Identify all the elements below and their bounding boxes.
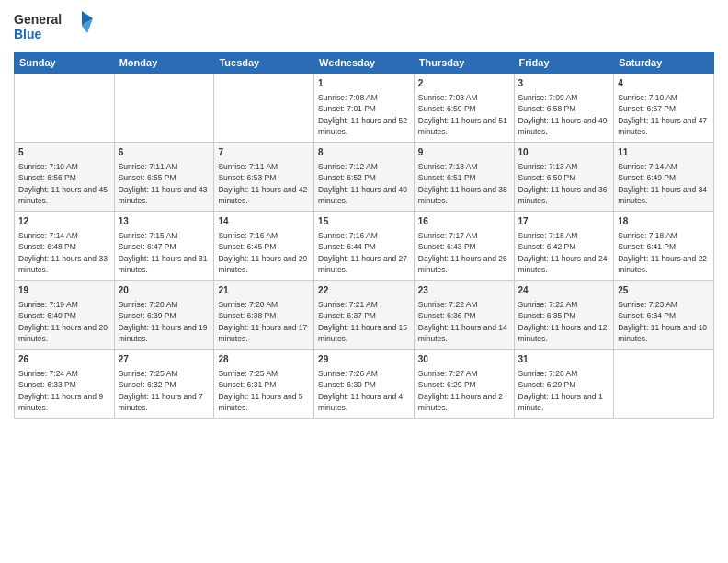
calendar-cell	[15, 74, 115, 143]
calendar-cell: 18Sunrise: 7:18 AM Sunset: 6:41 PM Dayli…	[614, 212, 714, 281]
page: GeneralBlue SundayMondayTuesdayWednesday…	[0, 0, 728, 563]
calendar-cell: 4Sunrise: 7:10 AM Sunset: 6:57 PM Daylig…	[614, 74, 714, 143]
day-number: 18	[618, 215, 710, 228]
header: GeneralBlue	[14, 9, 714, 44]
day-info: Sunrise: 7:22 AM Sunset: 6:35 PM Dayligh…	[518, 299, 610, 344]
day-number: 30	[418, 353, 510, 366]
calendar-cell: 23Sunrise: 7:22 AM Sunset: 6:36 PM Dayli…	[414, 281, 514, 350]
day-number: 20	[119, 284, 210, 297]
day-info: Sunrise: 7:27 AM Sunset: 6:29 PM Dayligh…	[418, 368, 510, 413]
calendar-cell: 26Sunrise: 7:24 AM Sunset: 6:33 PM Dayli…	[15, 350, 115, 419]
calendar-cell: 7Sunrise: 7:11 AM Sunset: 6:53 PM Daylig…	[214, 143, 314, 212]
col-header-sunday: Sunday	[15, 52, 115, 74]
day-number: 10	[518, 146, 610, 159]
calendar-cell: 27Sunrise: 7:25 AM Sunset: 6:32 PM Dayli…	[114, 350, 214, 419]
day-number: 24	[518, 284, 610, 297]
day-number: 28	[218, 353, 310, 366]
day-number: 27	[119, 353, 210, 366]
day-info: Sunrise: 7:28 AM Sunset: 6:29 PM Dayligh…	[518, 368, 610, 413]
calendar-header-row: SundayMondayTuesdayWednesdayThursdayFrid…	[15, 52, 714, 74]
calendar-cell: 9Sunrise: 7:13 AM Sunset: 6:51 PM Daylig…	[414, 143, 514, 212]
calendar-cell: 16Sunrise: 7:17 AM Sunset: 6:43 PM Dayli…	[414, 212, 514, 281]
day-info: Sunrise: 7:21 AM Sunset: 6:37 PM Dayligh…	[318, 299, 410, 344]
calendar-cell	[114, 74, 214, 143]
logo-svg: GeneralBlue	[14, 9, 97, 44]
day-number: 2	[418, 77, 510, 90]
day-number: 5	[18, 146, 110, 159]
day-info: Sunrise: 7:10 AM Sunset: 6:56 PM Dayligh…	[18, 161, 110, 206]
day-info: Sunrise: 7:10 AM Sunset: 6:57 PM Dayligh…	[618, 92, 710, 137]
week-row-1: 1Sunrise: 7:08 AM Sunset: 7:01 PM Daylig…	[15, 74, 714, 143]
day-number: 9	[418, 146, 510, 159]
day-number: 13	[119, 215, 210, 228]
day-number: 25	[618, 284, 710, 297]
calendar-cell	[614, 350, 714, 419]
day-number: 1	[318, 77, 410, 90]
day-info: Sunrise: 7:19 AM Sunset: 6:40 PM Dayligh…	[18, 299, 110, 344]
col-header-wednesday: Wednesday	[314, 52, 415, 74]
day-info: Sunrise: 7:13 AM Sunset: 6:51 PM Dayligh…	[418, 161, 510, 206]
col-header-tuesday: Tuesday	[214, 52, 314, 74]
day-number: 8	[318, 146, 410, 159]
calendar-cell: 19Sunrise: 7:19 AM Sunset: 6:40 PM Dayli…	[15, 281, 115, 350]
day-info: Sunrise: 7:13 AM Sunset: 6:50 PM Dayligh…	[518, 161, 610, 206]
day-info: Sunrise: 7:16 AM Sunset: 6:44 PM Dayligh…	[318, 230, 410, 275]
col-header-monday: Monday	[114, 52, 214, 74]
day-number: 7	[218, 146, 310, 159]
svg-text:Blue: Blue	[14, 27, 42, 41]
calendar-cell: 14Sunrise: 7:16 AM Sunset: 6:45 PM Dayli…	[214, 212, 314, 281]
day-info: Sunrise: 7:25 AM Sunset: 6:31 PM Dayligh…	[218, 368, 310, 413]
calendar-cell: 10Sunrise: 7:13 AM Sunset: 6:50 PM Dayli…	[514, 143, 614, 212]
week-row-3: 12Sunrise: 7:14 AM Sunset: 6:48 PM Dayli…	[15, 212, 714, 281]
calendar-cell: 2Sunrise: 7:08 AM Sunset: 6:59 PM Daylig…	[414, 74, 514, 143]
day-info: Sunrise: 7:08 AM Sunset: 6:59 PM Dayligh…	[418, 92, 510, 137]
day-number: 15	[318, 215, 410, 228]
day-number: 11	[618, 146, 710, 159]
calendar-cell: 31Sunrise: 7:28 AM Sunset: 6:29 PM Dayli…	[514, 350, 614, 419]
day-info: Sunrise: 7:18 AM Sunset: 6:41 PM Dayligh…	[618, 230, 710, 275]
calendar-cell: 30Sunrise: 7:27 AM Sunset: 6:29 PM Dayli…	[414, 350, 514, 419]
day-info: Sunrise: 7:15 AM Sunset: 6:47 PM Dayligh…	[119, 230, 210, 275]
day-number: 21	[218, 284, 310, 297]
day-number: 23	[418, 284, 510, 297]
calendar-cell: 24Sunrise: 7:22 AM Sunset: 6:35 PM Dayli…	[514, 281, 614, 350]
day-info: Sunrise: 7:14 AM Sunset: 6:48 PM Dayligh…	[18, 230, 110, 275]
calendar-cell: 6Sunrise: 7:11 AM Sunset: 6:55 PM Daylig…	[114, 143, 214, 212]
calendar-cell: 20Sunrise: 7:20 AM Sunset: 6:39 PM Dayli…	[114, 281, 214, 350]
day-info: Sunrise: 7:18 AM Sunset: 6:42 PM Dayligh…	[518, 230, 610, 275]
day-info: Sunrise: 7:17 AM Sunset: 6:43 PM Dayligh…	[418, 230, 510, 275]
calendar-cell: 1Sunrise: 7:08 AM Sunset: 7:01 PM Daylig…	[314, 74, 415, 143]
calendar-cell: 28Sunrise: 7:25 AM Sunset: 6:31 PM Dayli…	[214, 350, 314, 419]
day-number: 16	[418, 215, 510, 228]
col-header-saturday: Saturday	[614, 52, 714, 74]
day-number: 6	[119, 146, 210, 159]
day-info: Sunrise: 7:11 AM Sunset: 6:55 PM Dayligh…	[119, 161, 210, 206]
day-info: Sunrise: 7:16 AM Sunset: 6:45 PM Dayligh…	[218, 230, 310, 275]
day-number: 4	[618, 77, 710, 90]
calendar-cell: 21Sunrise: 7:20 AM Sunset: 6:38 PM Dayli…	[214, 281, 314, 350]
day-info: Sunrise: 7:23 AM Sunset: 6:34 PM Dayligh…	[618, 299, 710, 344]
calendar-cell: 12Sunrise: 7:14 AM Sunset: 6:48 PM Dayli…	[15, 212, 115, 281]
day-info: Sunrise: 7:12 AM Sunset: 6:52 PM Dayligh…	[318, 161, 410, 206]
calendar-cell: 17Sunrise: 7:18 AM Sunset: 6:42 PM Dayli…	[514, 212, 614, 281]
day-info: Sunrise: 7:08 AM Sunset: 7:01 PM Dayligh…	[318, 92, 410, 137]
day-number: 19	[18, 284, 110, 297]
logo: GeneralBlue	[14, 9, 97, 44]
day-number: 12	[18, 215, 110, 228]
week-row-4: 19Sunrise: 7:19 AM Sunset: 6:40 PM Dayli…	[15, 281, 714, 350]
calendar-cell	[214, 74, 314, 143]
day-info: Sunrise: 7:09 AM Sunset: 6:58 PM Dayligh…	[518, 92, 610, 137]
day-info: Sunrise: 7:26 AM Sunset: 6:30 PM Dayligh…	[318, 368, 410, 413]
day-number: 3	[518, 77, 610, 90]
day-info: Sunrise: 7:24 AM Sunset: 6:33 PM Dayligh…	[18, 368, 110, 413]
calendar-body: 1Sunrise: 7:08 AM Sunset: 7:01 PM Daylig…	[15, 74, 714, 419]
day-number: 26	[18, 353, 110, 366]
day-info: Sunrise: 7:11 AM Sunset: 6:53 PM Dayligh…	[218, 161, 310, 206]
week-row-2: 5Sunrise: 7:10 AM Sunset: 6:56 PM Daylig…	[15, 143, 714, 212]
calendar-cell: 25Sunrise: 7:23 AM Sunset: 6:34 PM Dayli…	[614, 281, 714, 350]
day-number: 14	[218, 215, 310, 228]
day-number: 17	[518, 215, 610, 228]
day-info: Sunrise: 7:20 AM Sunset: 6:38 PM Dayligh…	[218, 299, 310, 344]
calendar-cell: 29Sunrise: 7:26 AM Sunset: 6:30 PM Dayli…	[314, 350, 415, 419]
day-info: Sunrise: 7:20 AM Sunset: 6:39 PM Dayligh…	[119, 299, 210, 344]
